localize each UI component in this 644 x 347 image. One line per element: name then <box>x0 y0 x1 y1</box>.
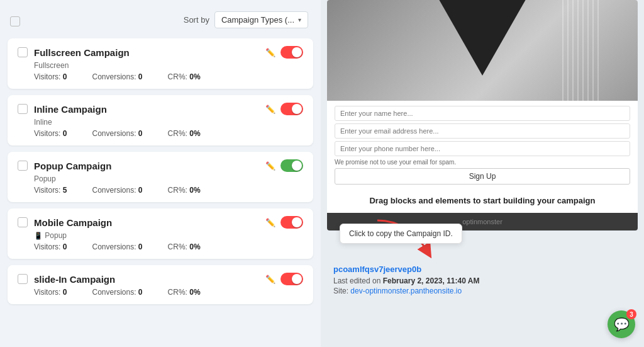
select-all-checkbox[interactable] <box>10 16 20 26</box>
edit-icon-slidein[interactable]: ✏️ <box>265 275 275 284</box>
card-left: Inline Campaign <box>18 104 107 115</box>
conversions-slidein: Conversions: 0 <box>92 288 142 297</box>
preview-image <box>327 0 638 101</box>
edit-icon-inline[interactable]: ✏️ <box>265 105 275 114</box>
card-header: Popup Campaign ✏️ <box>18 159 303 172</box>
toggle-inline[interactable] <box>280 103 303 115</box>
name-input[interactable] <box>335 106 630 121</box>
card-title-inline: Inline Campaign <box>34 104 107 115</box>
card-checkbox-fullscreen[interactable] <box>18 47 28 57</box>
edit-icon-fullscreen[interactable]: ✏️ <box>265 48 275 57</box>
card-left: Mobile Campaign <box>18 217 112 228</box>
card-title-slidein: slide-In Campaign <box>34 274 115 285</box>
card-title-fullscreen: Fullscreen Campaign <box>34 47 130 58</box>
card-title-mobile: Mobile Campaign <box>34 217 112 228</box>
card-left: slide-In Campaign <box>18 274 115 285</box>
last-edited-prefix: Last edited on <box>333 276 380 285</box>
card-stats-slidein: Visitors: 0 Conversions: 0 CR%: 0% <box>18 288 303 297</box>
right-panel: We promise not to use your email for spa… <box>321 0 644 347</box>
campaign-card-slidein: slide-In Campaign ✏️ Visitors: 0 Convers… <box>8 265 313 304</box>
campaign-card-inline: Inline Campaign ✏️ Inline Visitors: 0 Co… <box>8 95 313 145</box>
card-right: ✏️ <box>265 159 303 172</box>
visitors-inline: Visitors: 0 <box>34 129 67 138</box>
phone-input[interactable] <box>335 141 630 156</box>
card-checkbox-mobile[interactable] <box>18 217 28 227</box>
tooltip-text: Click to copy the Campaign ID. <box>349 229 453 238</box>
cr-mobile: CR%: 0% <box>168 242 201 251</box>
chat-icon: 💬 <box>614 317 630 332</box>
card-type-popup: Popup <box>18 174 303 183</box>
card-stats-fullscreen: Visitors: 0 Conversions: 0 CR%: 0% <box>18 72 303 81</box>
conversions-inline: Conversions: 0 <box>92 129 142 138</box>
cr-slidein: CR%: 0% <box>168 288 201 297</box>
edit-icon-mobile[interactable]: ✏️ <box>265 218 275 227</box>
sort-value: Campaign Types (... <box>221 15 294 25</box>
cr-inline: CR%: 0% <box>168 129 201 138</box>
cr-popup: CR%: 0% <box>168 186 201 195</box>
card-stats-inline: Visitors: 0 Conversions: 0 CR%: 0% <box>18 129 303 138</box>
card-type-mobile: 📱 Popup <box>18 231 303 240</box>
campaign-info: pcoamlfqsv7jeervep0b Last edited on Febr… <box>333 265 638 295</box>
card-header: Mobile Campaign ✏️ <box>18 216 303 229</box>
edit-icon-popup[interactable]: ✏️ <box>265 161 275 171</box>
campaign-card-popup: Popup Campaign ✏️ Popup Visitors: 5 Conv… <box>8 152 313 202</box>
sort-label: Sort by <box>184 15 209 25</box>
chat-button[interactable]: 💬 3 <box>608 310 635 338</box>
card-stats-popup: Visitors: 5 Conversions: 0 CR%: 0% <box>18 186 303 195</box>
card-right: ✏️ <box>265 216 303 229</box>
signup-button[interactable]: Sign Up <box>335 168 630 185</box>
email-input[interactable] <box>335 123 630 139</box>
last-edited-date: February 2, 2023, 11:40 AM <box>383 276 480 285</box>
site-url-link[interactable]: dev-optinmonster.pantheonsite.io <box>350 287 462 295</box>
preview-form: We promise not to use your email for spa… <box>327 101 638 192</box>
card-type-fullscreen: Fullscreen <box>18 61 303 70</box>
conversions-popup: Conversions: 0 <box>92 186 142 195</box>
toggle-popup[interactable] <box>280 159 303 172</box>
visitors-fullscreen: Visitors: 0 <box>34 72 67 81</box>
card-checkbox-slidein[interactable] <box>18 274 28 284</box>
conversions-fullscreen: Conversions: 0 <box>92 72 142 81</box>
last-edited: Last edited on February 2, 2023, 11:40 A… <box>333 276 638 285</box>
card-header: Fullscreen Campaign ✏️ <box>18 46 303 59</box>
toggle-fullscreen[interactable] <box>280 46 303 59</box>
campaign-card-mobile: Mobile Campaign ✏️ 📱 Popup Visitors: 0 C… <box>8 208 313 259</box>
sort-bar: Sort by Campaign Types (... ▾ <box>181 6 311 36</box>
sort-dropdown[interactable]: Campaign Types (... ▾ <box>214 11 308 28</box>
card-checkbox-popup[interactable] <box>18 161 28 171</box>
visitors-slidein: Visitors: 0 <box>34 288 67 297</box>
toggle-mobile[interactable] <box>280 216 303 229</box>
visitors-popup: Visitors: 5 <box>34 186 67 195</box>
cr-fullscreen: CR%: 0% <box>168 72 201 81</box>
card-left: Popup Campaign <box>18 161 111 171</box>
card-stats-mobile: Visitors: 0 Conversions: 0 CR%: 0% <box>18 242 303 251</box>
conversions-mobile: Conversions: 0 <box>92 242 142 251</box>
site-label: Site: dev-optinmonster.pantheonsite.io <box>333 287 638 295</box>
card-right: ✏️ <box>265 46 303 59</box>
card-checkbox-inline[interactable] <box>18 104 28 114</box>
card-header: Inline Campaign ✏️ <box>18 103 303 115</box>
card-right: ✏️ <box>265 103 303 115</box>
tooltip-box: Click to copy the Campaign ID. <box>340 224 462 244</box>
chevron-down-icon: ▾ <box>298 16 301 23</box>
campaign-list: Fullscreen Campaign ✏️ Fullscreen Visito… <box>8 38 313 304</box>
card-header: slide-In Campaign ✏️ <box>18 273 303 285</box>
campaign-preview: We promise not to use your email for spa… <box>327 0 638 230</box>
card-type-inline: Inline <box>18 118 303 127</box>
chat-badge: 3 <box>626 309 636 319</box>
spam-note: We promise not to use your email for spa… <box>335 159 630 166</box>
top-row: Sort by Campaign Types (... ▾ <box>8 6 313 36</box>
preview-cta: Drag blocks and elements to start buildi… <box>327 192 638 213</box>
campaign-id-link[interactable]: pcoamlfqsv7jeervep0b <box>333 265 638 274</box>
campaign-card-fullscreen: Fullscreen Campaign ✏️ Fullscreen Visito… <box>8 38 313 89</box>
card-title-popup: Popup Campaign <box>34 161 111 171</box>
card-right: ✏️ <box>265 273 303 285</box>
visitors-mobile: Visitors: 0 <box>34 242 67 251</box>
card-left: Fullscreen Campaign <box>18 47 130 58</box>
toggle-slidein[interactable] <box>280 273 303 285</box>
left-panel: Sort by Campaign Types (... ▾ Fullscreen… <box>0 0 321 347</box>
